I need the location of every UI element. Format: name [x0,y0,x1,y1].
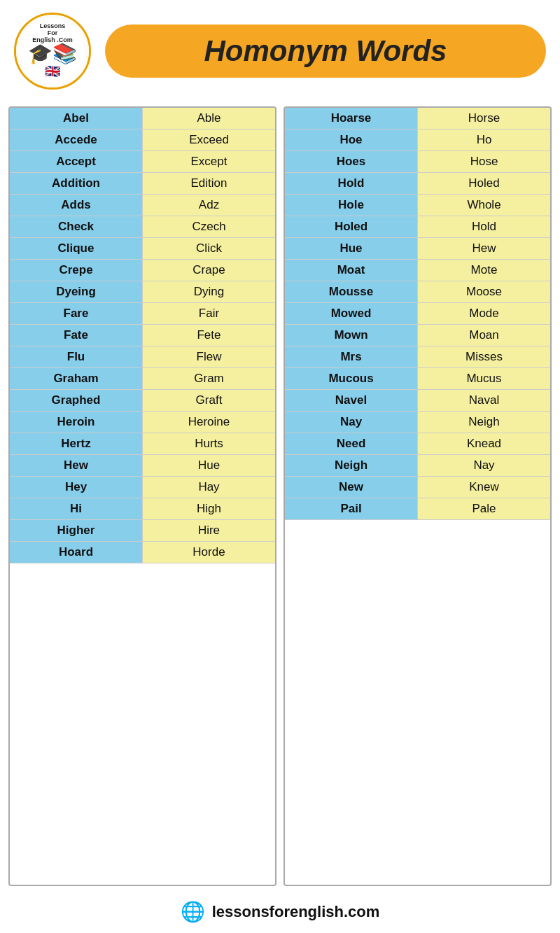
word-primary: Addition [10,173,143,195]
table-row: Graham Gram [10,368,275,390]
word-homonym: Adz [143,195,275,216]
word-primary: Pail [285,498,418,520]
word-homonym: Whole [418,195,550,216]
table-row: Hoarse Horse [285,108,550,129]
word-homonym: Horde [143,542,275,563]
word-primary: Hue [285,238,418,260]
word-homonym: Heroine [143,412,275,433]
word-homonym: Hay [143,477,275,498]
word-homonym: Flew [143,346,275,368]
logo: Lessons For English .Com 🎓📚 🇬🇧 [14,13,91,90]
table-row: New Knew [285,477,550,498]
word-homonym: Neigh [418,412,550,433]
word-primary: Holed [285,216,418,238]
table-row: Navel Naval [285,390,550,412]
word-primary: Flu [10,346,143,368]
word-primary: Adds [10,195,143,216]
word-homonym: Mode [418,303,550,325]
word-homonym: Hold [418,216,550,238]
table-row: Check Czech [10,216,275,238]
word-homonym: Czech [143,216,275,238]
word-homonym: Mucus [418,368,550,390]
word-primary: Mousse [285,281,418,303]
logo-books-icon: 🎓📚 [28,44,77,64]
table-row: Pail Pale [285,498,550,520]
table-row: Crepe Crape [10,260,275,281]
globe-icon: 🌐 [181,900,205,923]
word-homonym: Knead [418,433,550,455]
word-homonym: Gram [143,368,275,390]
word-homonym: Fete [143,325,275,346]
word-primary: Accept [10,151,143,173]
table-row: Mrs Misses [285,346,550,368]
table-row: Hue Hew [285,238,550,260]
word-primary: Graphed [10,390,143,412]
table-row: Fate Fete [10,325,275,346]
word-primary: Abel [10,108,143,129]
table-row: Hertz Hurts [10,433,275,455]
word-primary: Fate [10,325,143,346]
word-primary: Mucous [285,368,418,390]
word-homonym: Click [143,238,275,260]
table-row: Hoe Ho [285,129,550,151]
word-homonym: Nay [418,455,550,477]
word-homonym: Exceed [143,129,275,151]
word-primary: Hoard [10,542,143,563]
word-homonym: Dying [143,281,275,303]
table-row: Abel Able [10,108,275,129]
word-homonym: Able [143,108,275,129]
word-primary: Hoarse [285,108,418,129]
word-homonym: Misses [418,346,550,368]
word-primary: Dyeing [10,281,143,303]
table-row: Adds Adz [10,195,275,216]
word-homonym: Ho [418,129,550,151]
word-primary: Fare [10,303,143,325]
table-row: Moat Mote [285,260,550,281]
word-primary: Mowed [285,303,418,325]
word-primary: Hi [10,498,143,520]
word-homonym: Hire [143,520,275,542]
word-primary: Hold [285,173,418,195]
word-primary: Hey [10,477,143,498]
right-table: Hoarse Horse Hoe Ho Hoes Hose Hold Holed… [284,106,552,886]
table-row: Clique Click [10,238,275,260]
word-primary: Clique [10,238,143,260]
table-row: Mowed Mode [285,303,550,325]
word-primary: Check [10,216,143,238]
left-table: Abel Able Accede Exceed Accept Except Ad… [8,106,276,886]
table-row: Addition Edition [10,173,275,195]
word-homonym: Crape [143,260,275,281]
word-homonym: Moose [418,281,550,303]
word-homonym: Edition [143,173,275,195]
word-primary: Hertz [10,433,143,455]
table-row: Higher Hire [10,520,275,542]
word-homonym: Hue [143,455,275,477]
word-primary: Crepe [10,260,143,281]
word-primary: Neigh [285,455,418,477]
table-row: Fare Fair [10,303,275,325]
table-row: Flu Flew [10,346,275,368]
footer: 🌐 lessonsforenglish.com [0,893,560,933]
table-row: Hey Hay [10,477,275,498]
table-row: Accept Except [10,151,275,173]
table-row: Hold Holed [285,173,550,195]
table-row: Mousse Moose [285,281,550,303]
word-homonym: Moan [418,325,550,346]
table-row: Nay Neigh [285,412,550,433]
word-primary: Mrs [285,346,418,368]
table-row: Dyeing Dying [10,281,275,303]
word-homonym: Knew [418,477,550,498]
logo-text: Lessons For English .Com [32,23,73,44]
word-primary: Nay [285,412,418,433]
table-row: Accede Exceed [10,129,275,151]
logo-flag-icon: 🇬🇧 [45,64,60,79]
table-row: Mown Moan [285,325,550,346]
word-homonym: Horse [418,108,550,129]
word-homonym: Holed [418,173,550,195]
main-content: Abel Able Accede Exceed Accept Except Ad… [0,99,560,893]
table-row: Hew Hue [10,455,275,477]
word-homonym: Hew [418,238,550,260]
table-row: Neigh Nay [285,455,550,477]
word-primary: Graham [10,368,143,390]
word-primary: Navel [285,390,418,412]
